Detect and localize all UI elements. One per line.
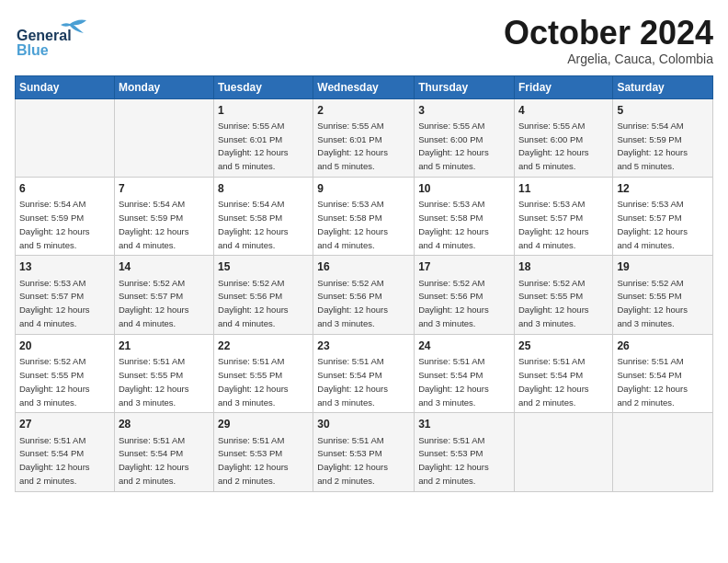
calendar-cell: 26Sunrise: 5:51 AM Sunset: 5:54 PM Dayli… xyxy=(613,334,713,412)
day-header: Thursday xyxy=(415,75,515,98)
calendar-cell: 28Sunrise: 5:51 AM Sunset: 5:54 PM Dayli… xyxy=(114,413,213,491)
calendar-cell: 7Sunrise: 5:54 AM Sunset: 5:59 PM Daylig… xyxy=(114,178,213,256)
day-number: 6 xyxy=(19,181,110,196)
day-number: 4 xyxy=(518,103,609,118)
calendar-cell: 6Sunrise: 5:54 AM Sunset: 5:59 PM Daylig… xyxy=(16,178,115,256)
cell-info: Sunrise: 5:52 AM Sunset: 5:55 PM Dayligh… xyxy=(19,356,90,407)
calendar-cell: 12Sunrise: 5:53 AM Sunset: 5:57 PM Dayli… xyxy=(613,178,713,256)
cell-info: Sunrise: 5:51 AM Sunset: 5:54 PM Dayligh… xyxy=(418,356,489,407)
day-number: 31 xyxy=(418,417,510,431)
cell-info: Sunrise: 5:51 AM Sunset: 5:54 PM Dayligh… xyxy=(317,356,388,407)
day-number: 13 xyxy=(19,259,110,274)
calendar-cell: 9Sunrise: 5:53 AM Sunset: 5:58 PM Daylig… xyxy=(313,178,415,256)
calendar-table: SundayMondayTuesdayWednesdayThursdayFrid… xyxy=(15,75,713,492)
cell-info: Sunrise: 5:52 AM Sunset: 5:56 PM Dayligh… xyxy=(418,278,489,328)
day-number: 14 xyxy=(119,259,210,274)
day-number: 11 xyxy=(518,181,609,196)
calendar-cell: 31Sunrise: 5:51 AM Sunset: 5:53 PM Dayli… xyxy=(415,413,515,491)
cell-info: Sunrise: 5:54 AM Sunset: 5:59 PM Dayligh… xyxy=(119,199,189,249)
cell-info: Sunrise: 5:52 AM Sunset: 5:56 PM Dayligh… xyxy=(218,278,289,328)
calendar-cell: 18Sunrise: 5:52 AM Sunset: 5:55 PM Dayli… xyxy=(514,256,612,334)
calendar-cell: 1Sunrise: 5:55 AM Sunset: 6:01 PM Daylig… xyxy=(214,98,313,177)
calendar-week-row: 20Sunrise: 5:52 AM Sunset: 5:55 PM Dayli… xyxy=(16,334,713,412)
day-number: 12 xyxy=(617,181,709,196)
day-number: 9 xyxy=(317,181,410,196)
day-header: Tuesday xyxy=(214,75,313,98)
logo-icon: General Blue xyxy=(15,15,97,56)
location: Argelia, Cauca, Colombia xyxy=(504,52,713,66)
calendar-cell: 21Sunrise: 5:51 AM Sunset: 5:55 PM Dayli… xyxy=(114,334,213,412)
cell-info: Sunrise: 5:51 AM Sunset: 5:54 PM Dayligh… xyxy=(119,435,189,486)
calendar-cell: 10Sunrise: 5:53 AM Sunset: 5:58 PM Dayli… xyxy=(415,178,515,256)
day-number: 18 xyxy=(518,259,609,274)
cell-info: Sunrise: 5:55 AM Sunset: 6:00 PM Dayligh… xyxy=(518,121,589,171)
cell-info: Sunrise: 5:55 AM Sunset: 6:01 PM Dayligh… xyxy=(218,121,289,171)
day-number: 1 xyxy=(218,103,309,118)
svg-text:General: General xyxy=(17,28,72,43)
calendar-header-row: SundayMondayTuesdayWednesdayThursdayFrid… xyxy=(16,75,713,98)
day-number: 24 xyxy=(418,339,510,353)
title-block: October 2024 Argelia, Cauca, Colombia xyxy=(504,15,713,66)
header: General Blue October 2024 Argelia, Cauca… xyxy=(15,15,713,66)
calendar-cell xyxy=(16,98,115,177)
calendar-cell: 15Sunrise: 5:52 AM Sunset: 5:56 PM Dayli… xyxy=(214,256,313,334)
month-year: October 2024 xyxy=(504,15,713,52)
cell-info: Sunrise: 5:54 AM Sunset: 5:58 PM Dayligh… xyxy=(218,199,289,249)
day-number: 27 xyxy=(19,417,110,431)
day-number: 2 xyxy=(317,103,410,118)
cell-info: Sunrise: 5:51 AM Sunset: 5:54 PM Dayligh… xyxy=(518,356,589,407)
cell-info: Sunrise: 5:51 AM Sunset: 5:53 PM Dayligh… xyxy=(418,435,489,486)
cell-info: Sunrise: 5:52 AM Sunset: 5:56 PM Dayligh… xyxy=(317,278,388,328)
calendar-cell: 30Sunrise: 5:51 AM Sunset: 5:53 PM Dayli… xyxy=(313,413,415,491)
day-number: 7 xyxy=(119,181,210,196)
day-number: 8 xyxy=(218,181,309,196)
day-number: 30 xyxy=(317,417,410,431)
calendar-cell: 25Sunrise: 5:51 AM Sunset: 5:54 PM Dayli… xyxy=(514,334,612,412)
cell-info: Sunrise: 5:51 AM Sunset: 5:53 PM Dayligh… xyxy=(317,435,388,486)
cell-info: Sunrise: 5:53 AM Sunset: 5:57 PM Dayligh… xyxy=(518,199,589,249)
day-number: 10 xyxy=(418,181,510,196)
calendar-cell: 19Sunrise: 5:52 AM Sunset: 5:55 PM Dayli… xyxy=(613,256,713,334)
cell-info: Sunrise: 5:53 AM Sunset: 5:57 PM Dayligh… xyxy=(19,278,90,328)
day-number: 19 xyxy=(617,259,709,274)
cell-info: Sunrise: 5:52 AM Sunset: 5:57 PM Dayligh… xyxy=(119,278,189,328)
calendar-cell: 13Sunrise: 5:53 AM Sunset: 5:57 PM Dayli… xyxy=(16,256,115,334)
day-header: Saturday xyxy=(613,75,713,98)
calendar-week-row: 1Sunrise: 5:55 AM Sunset: 6:01 PM Daylig… xyxy=(16,98,713,177)
cell-info: Sunrise: 5:53 AM Sunset: 5:57 PM Dayligh… xyxy=(617,199,688,249)
calendar-cell xyxy=(613,413,713,491)
cell-info: Sunrise: 5:51 AM Sunset: 5:55 PM Dayligh… xyxy=(119,356,189,407)
calendar-cell: 27Sunrise: 5:51 AM Sunset: 5:54 PM Dayli… xyxy=(16,413,115,491)
svg-text:Blue: Blue xyxy=(17,42,49,56)
calendar-cell xyxy=(114,98,213,177)
day-number: 28 xyxy=(119,417,210,431)
cell-info: Sunrise: 5:51 AM Sunset: 5:54 PM Dayligh… xyxy=(19,435,90,486)
calendar-cell: 3Sunrise: 5:55 AM Sunset: 6:00 PM Daylig… xyxy=(415,98,515,177)
calendar-body: 1Sunrise: 5:55 AM Sunset: 6:01 PM Daylig… xyxy=(16,98,713,491)
day-number: 29 xyxy=(218,417,309,431)
cell-info: Sunrise: 5:55 AM Sunset: 6:01 PM Dayligh… xyxy=(317,121,388,171)
calendar-cell: 24Sunrise: 5:51 AM Sunset: 5:54 PM Dayli… xyxy=(415,334,515,412)
logo: General Blue xyxy=(15,15,97,56)
cell-info: Sunrise: 5:52 AM Sunset: 5:55 PM Dayligh… xyxy=(518,278,589,328)
calendar-cell: 2Sunrise: 5:55 AM Sunset: 6:01 PM Daylig… xyxy=(313,98,415,177)
cell-info: Sunrise: 5:51 AM Sunset: 5:53 PM Dayligh… xyxy=(218,435,289,486)
calendar-cell xyxy=(514,413,612,491)
day-header: Monday xyxy=(114,75,213,98)
cell-info: Sunrise: 5:55 AM Sunset: 6:00 PM Dayligh… xyxy=(418,121,489,171)
day-number: 3 xyxy=(418,103,510,118)
day-number: 26 xyxy=(617,339,709,353)
calendar-week-row: 13Sunrise: 5:53 AM Sunset: 5:57 PM Dayli… xyxy=(16,256,713,334)
day-number: 15 xyxy=(218,259,309,274)
calendar-cell: 29Sunrise: 5:51 AM Sunset: 5:53 PM Dayli… xyxy=(214,413,313,491)
calendar-cell: 16Sunrise: 5:52 AM Sunset: 5:56 PM Dayli… xyxy=(313,256,415,334)
day-number: 16 xyxy=(317,259,410,274)
calendar-cell: 8Sunrise: 5:54 AM Sunset: 5:58 PM Daylig… xyxy=(214,178,313,256)
cell-info: Sunrise: 5:51 AM Sunset: 5:55 PM Dayligh… xyxy=(218,356,289,407)
day-header: Friday xyxy=(514,75,612,98)
cell-info: Sunrise: 5:52 AM Sunset: 5:55 PM Dayligh… xyxy=(617,278,688,328)
calendar-cell: 20Sunrise: 5:52 AM Sunset: 5:55 PM Dayli… xyxy=(16,334,115,412)
day-header: Sunday xyxy=(16,75,115,98)
calendar-cell: 14Sunrise: 5:52 AM Sunset: 5:57 PM Dayli… xyxy=(114,256,213,334)
cell-info: Sunrise: 5:53 AM Sunset: 5:58 PM Dayligh… xyxy=(418,199,489,249)
